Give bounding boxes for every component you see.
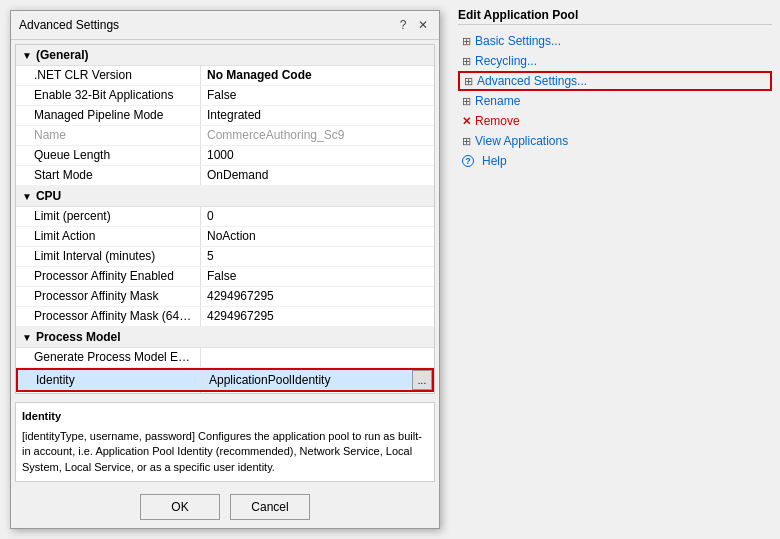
row-start-mode[interactable]: Start Mode OnDemand	[16, 166, 434, 186]
row-clr-version[interactable]: .NET CLR Version No Managed Code	[16, 66, 434, 86]
recycling-label: Recycling...	[475, 54, 537, 68]
right-panel-item-advanced-settings[interactable]: ⊞ Advanced Settings...	[458, 71, 772, 91]
titlebar-buttons: ? ✕	[395, 17, 431, 33]
row-32bit-value: False	[201, 86, 434, 105]
advanced-settings-label: Advanced Settings...	[477, 74, 587, 88]
chevron-process-model: ▼	[22, 332, 32, 343]
row-start-mode-value: OnDemand	[201, 166, 434, 185]
dialog-footer: OK Cancel	[11, 486, 439, 528]
cancel-button[interactable]: Cancel	[230, 494, 310, 520]
remove-label: Remove	[475, 114, 520, 128]
row-limit-percent-value: 0	[201, 207, 434, 226]
section-general[interactable]: ▼ (General)	[16, 45, 434, 66]
row-name[interactable]: Name CommerceAuthoring_Sc9	[16, 126, 434, 146]
row-limit-percent[interactable]: Limit (percent) 0	[16, 207, 434, 227]
section-process-model[interactable]: ▼ Process Model	[16, 327, 434, 348]
description-title: Identity	[22, 409, 428, 424]
row-limit-action-value: NoAction	[201, 227, 434, 246]
row-affinity-mask-64[interactable]: Processor Affinity Mask (64-bit d 429496…	[16, 307, 434, 327]
row-queue-name: Queue Length	[16, 146, 201, 165]
ok-button[interactable]: OK	[140, 494, 220, 520]
row-affinity-enabled[interactable]: Processor Affinity Enabled False	[16, 267, 434, 287]
right-panel: Edit Application Pool ⊞ Basic Settings..…	[450, 0, 780, 539]
section-process-model-label: Process Model	[36, 330, 121, 344]
row-affinity-mask[interactable]: Processor Affinity Mask 4294967295	[16, 287, 434, 307]
row-queue-value: 1000	[201, 146, 434, 165]
advanced-settings-dialog: Advanced Settings ? ✕ ▼ (General) .NET C…	[10, 10, 440, 529]
row-pipeline[interactable]: Managed Pipeline Mode Integrated	[16, 106, 434, 126]
row-generate-process[interactable]: Generate Process Model Event L	[16, 348, 434, 368]
description-text: [identityType, username, password] Confi…	[22, 429, 428, 475]
dialog-content: ▼ (General) .NET CLR Version No Managed …	[11, 40, 439, 528]
section-cpu-label: CPU	[36, 189, 61, 203]
description-box: Identity [identityType, username, passwo…	[15, 402, 435, 482]
row-32bit[interactable]: Enable 32-Bit Applications False	[16, 86, 434, 106]
row-pipeline-value: Integrated	[201, 106, 434, 125]
row-affinity-mask-64-name: Processor Affinity Mask (64-bit d	[16, 307, 201, 326]
row-generate-process-value	[201, 348, 434, 367]
row-limit-interval[interactable]: Limit Interval (minutes) 5	[16, 247, 434, 267]
row-idle-timeout-name: Idle Time-out (minutes)	[16, 392, 201, 394]
row-clr-version-value: No Managed Code	[201, 66, 434, 85]
view-applications-label: View Applications	[475, 134, 568, 148]
row-pipeline-name: Managed Pipeline Mode	[16, 106, 201, 125]
dialog-title: Advanced Settings	[19, 18, 119, 32]
right-panel-title: Edit Application Pool	[458, 8, 772, 25]
help-label: Help	[482, 154, 507, 168]
identity-row-wrapper[interactable]: Identity ApplicationPoolIdentity ...	[16, 368, 434, 392]
row-idle-timeout[interactable]: Idle Time-out (minutes) 20	[16, 392, 434, 394]
chevron-general: ▼	[22, 50, 32, 61]
right-panel-item-view-applications[interactable]: ⊞ View Applications	[458, 131, 772, 151]
right-panel-item-remove[interactable]: ✕ Remove	[458, 111, 772, 131]
section-cpu[interactable]: ▼ CPU	[16, 186, 434, 207]
recycling-icon: ⊞	[462, 55, 471, 68]
row-32bit-name: Enable 32-Bit Applications	[16, 86, 201, 105]
row-limit-action-name: Limit Action	[16, 227, 201, 246]
row-clr-version-name: .NET CLR Version	[16, 66, 201, 85]
close-titlebar-button[interactable]: ✕	[415, 17, 431, 33]
dialog-titlebar: Advanced Settings ? ✕	[11, 11, 439, 40]
help-titlebar-button[interactable]: ?	[395, 17, 411, 33]
row-start-mode-name: Start Mode	[16, 166, 201, 185]
section-general-label: (General)	[36, 48, 89, 62]
right-panel-item-help[interactable]: ? Help	[458, 151, 772, 171]
basic-settings-label: Basic Settings...	[475, 34, 561, 48]
identity-ellipsis-button[interactable]: ...	[412, 370, 432, 390]
row-limit-percent-name: Limit (percent)	[16, 207, 201, 226]
chevron-cpu: ▼	[22, 191, 32, 202]
row-limit-interval-value: 5	[201, 247, 434, 266]
row-identity-value: ApplicationPoolIdentity	[203, 371, 412, 389]
remove-icon: ✕	[462, 115, 471, 128]
help-icon: ?	[462, 155, 474, 167]
right-panel-item-rename[interactable]: ⊞ Rename	[458, 91, 772, 111]
advanced-settings-icon: ⊞	[464, 75, 473, 88]
row-idle-timeout-value: 20	[201, 392, 434, 394]
row-limit-interval-name: Limit Interval (minutes)	[16, 247, 201, 266]
row-name-value: CommerceAuthoring_Sc9	[201, 126, 434, 145]
view-applications-icon: ⊞	[462, 135, 471, 148]
settings-table: ▼ (General) .NET CLR Version No Managed …	[15, 44, 435, 394]
rename-icon: ⊞	[462, 95, 471, 108]
right-panel-item-basic-settings[interactable]: ⊞ Basic Settings...	[458, 31, 772, 51]
row-generate-process-name: Generate Process Model Event L	[16, 348, 201, 367]
row-affinity-mask-64-value: 4294967295	[201, 307, 434, 326]
rename-label: Rename	[475, 94, 520, 108]
row-affinity-enabled-name: Processor Affinity Enabled	[16, 267, 201, 286]
row-limit-action[interactable]: Limit Action NoAction	[16, 227, 434, 247]
row-queue[interactable]: Queue Length 1000	[16, 146, 434, 166]
row-identity-name: Identity	[18, 371, 203, 389]
row-affinity-mask-value: 4294967295	[201, 287, 434, 306]
row-affinity-enabled-value: False	[201, 267, 434, 286]
right-panel-item-recycling[interactable]: ⊞ Recycling...	[458, 51, 772, 71]
basic-settings-icon: ⊞	[462, 35, 471, 48]
row-name-name: Name	[16, 126, 201, 145]
row-affinity-mask-name: Processor Affinity Mask	[16, 287, 201, 306]
